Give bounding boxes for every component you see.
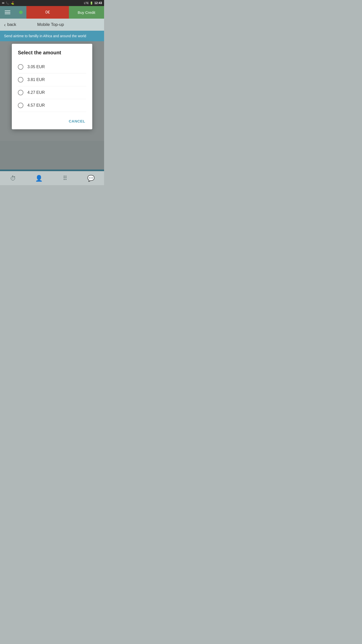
phone-icon: 📞	[6, 2, 9, 5]
buy-credit-label: Buy Credit	[78, 10, 95, 15]
back-arrow-icon: ‹	[4, 22, 6, 28]
amount-option-3[interactable]: 4.27 EUR	[18, 86, 86, 99]
menu-button[interactable]	[0, 6, 15, 19]
radio-circle-3	[18, 90, 23, 95]
hamburger-icon	[5, 11, 10, 14]
status-bar-left: ✉ 📞 ⛳	[2, 2, 14, 5]
status-dot-container	[15, 6, 26, 19]
email-icon: ✉	[2, 2, 4, 5]
credit-display: 0€	[26, 6, 69, 19]
credit-amount: 0€	[46, 10, 50, 15]
dialog-actions: CANCEL	[18, 115, 86, 125]
lte-icon: LTE	[84, 2, 89, 5]
nav-item-apps[interactable]: ⠿	[52, 171, 78, 185]
dialog-overlay: Select the amount 3.05 EUR 3.81 EUR 4.27…	[0, 41, 104, 171]
buy-credit-button[interactable]: Buy Credit	[69, 6, 104, 19]
amount-label-3: 4.27 EUR	[27, 90, 45, 95]
history-icon: ⏱	[10, 175, 16, 182]
banner-text: Send airtime to familly in Africa and ar…	[4, 34, 86, 38]
top-navbar: 0€ Buy Credit	[0, 6, 104, 19]
nav-item-history[interactable]: ⏱	[0, 171, 26, 185]
apps-icon: ⠿	[63, 175, 67, 182]
cancel-button[interactable]: CANCEL	[68, 117, 86, 125]
status-bar-right: LTE 🔋 12:43	[84, 1, 102, 5]
bottom-nav: ⏱ 👤 ⠿ 💬	[0, 171, 104, 185]
radio-circle-4	[18, 103, 23, 108]
amount-option-1[interactable]: 3.05 EUR	[18, 61, 86, 73]
page-title: Mobile Top-up	[16, 22, 85, 27]
battery-icon: 🔋	[90, 2, 93, 5]
amount-option-2[interactable]: 3.81 EUR	[18, 73, 86, 86]
radio-circle-1	[18, 64, 23, 70]
nav-item-messages[interactable]: 💬	[78, 171, 104, 185]
flag-icon: ⛳	[11, 2, 14, 5]
dialog-title: Select the amount	[18, 50, 86, 56]
amount-option-4[interactable]: 4.57 EUR	[18, 99, 86, 112]
nav-item-contacts[interactable]: 👤	[26, 171, 52, 185]
back-button[interactable]: ‹ back	[4, 22, 16, 28]
status-time: 12:43	[94, 1, 102, 5]
online-status-dot	[19, 11, 23, 14]
banner: Send airtime to familly in Africa and ar…	[0, 31, 104, 41]
radio-circle-2	[18, 77, 23, 83]
main-content: Select the amount 3.05 EUR 3.81 EUR 4.27…	[0, 41, 104, 171]
select-amount-dialog: Select the amount 3.05 EUR 3.81 EUR 4.27…	[12, 44, 92, 129]
amount-label-4: 4.57 EUR	[27, 103, 45, 108]
amount-label-2: 3.81 EUR	[27, 77, 45, 82]
second-header: ‹ back Mobile Top-up	[0, 19, 104, 31]
contacts-icon: 👤	[35, 175, 43, 182]
messages-icon: 💬	[87, 175, 95, 182]
status-bar: ✉ 📞 ⛳ LTE 🔋 12:43	[0, 0, 104, 6]
amount-label-1: 3.05 EUR	[27, 65, 45, 69]
back-label: back	[7, 22, 16, 27]
